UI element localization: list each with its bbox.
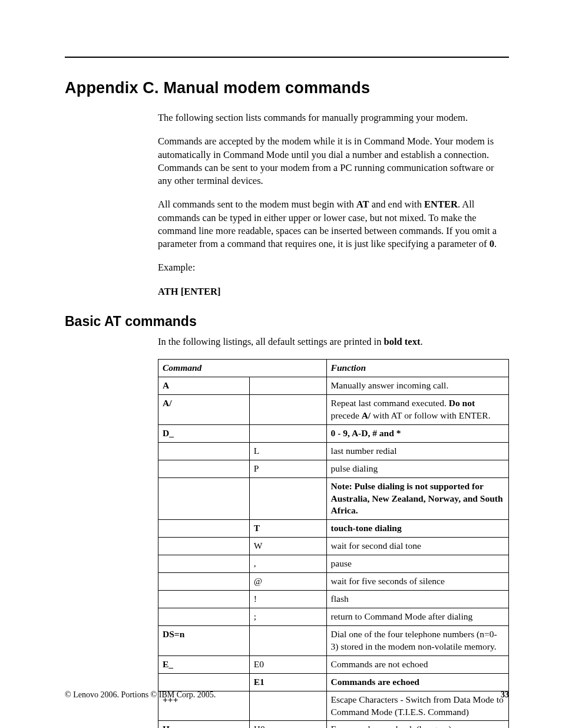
at-commands-table: Command Function A Manually answer incom… [158, 359, 509, 728]
intro-paragraph-1: The following section lists commands for… [158, 111, 509, 124]
func: 0 - 9, A-D, # and * [331, 428, 401, 438]
table-row: P pulse dialing [158, 460, 509, 477]
cmd [158, 573, 250, 591]
func: Repeat last command executed. Do not pre… [326, 395, 508, 425]
cmd: DS=n [163, 629, 184, 639]
intro-paragraph-2: Commands are accepted by the modem while… [158, 135, 509, 187]
col-command: Command [158, 360, 327, 377]
table-row: E_ E0 Commands are not echoed [158, 655, 509, 673]
text: and end with [369, 199, 424, 210]
table-header-row: Command Function [158, 360, 509, 377]
table-row: D_ 0 - 9, A-D, # and * [158, 424, 509, 442]
sub: P [249, 460, 326, 477]
cmd [158, 608, 250, 626]
table-row: Note: Pulse dialing is not supported for… [158, 477, 509, 520]
table-row: A Manually answer incoming call. [158, 377, 509, 395]
text: with AT or follow with ENTER. [371, 410, 490, 420]
sub: L [249, 442, 326, 460]
text: All commands sent to the modem must begi… [158, 199, 356, 210]
table-row: H_ H0 Force modem on-hook (hang up) [158, 721, 509, 728]
cmd: H_ [163, 724, 174, 728]
intro-paragraph-3: All commands sent to the modem must begi… [158, 198, 509, 251]
text: . [420, 336, 422, 347]
section-lead: In the following listings, all default s… [158, 335, 509, 348]
cmd [158, 460, 250, 477]
sub: @ [249, 573, 326, 591]
copyright-text: © Lenovo 2006. Portions © IBM Corp. 2005… [65, 690, 216, 700]
page-number: 33 [501, 690, 509, 700]
func: Manually answer incoming call. [326, 377, 508, 395]
table-row: W wait for second dial tone [158, 538, 509, 555]
sub: E1 [254, 677, 265, 687]
table-row: DS=n Dial one of the four telephone numb… [158, 625, 509, 655]
at-bold: AT [356, 199, 369, 210]
top-rule [65, 57, 509, 58]
document-page: Appendix C. Manual modem commands The fo… [0, 0, 562, 728]
sub [249, 625, 326, 655]
sub: ; [249, 608, 326, 626]
cmd [158, 673, 250, 691]
bold-text-label: bold text [384, 336, 421, 347]
sub [249, 395, 326, 425]
func: flash [326, 591, 508, 608]
section-body: In the following listings, all default s… [158, 335, 509, 728]
func: pulse dialing [326, 460, 508, 477]
func: Dial one of the four telephone numbers (… [326, 625, 508, 655]
sub: , [249, 555, 326, 573]
text: In the following listings, all default s… [158, 336, 384, 347]
cmd: A/ [163, 398, 172, 408]
table-row: @ wait for five seconds of silence [158, 573, 509, 591]
cmd [158, 442, 250, 460]
cmd [158, 477, 250, 520]
func: Commands are not echoed [326, 655, 508, 673]
cmd: E_ [163, 659, 173, 669]
sub: W [249, 538, 326, 555]
text: . [494, 238, 497, 249]
func: last number redial [326, 442, 508, 460]
appendix-title: Appendix C. Manual modem commands [65, 79, 509, 97]
section-heading-basic-at: Basic AT commands [65, 314, 509, 330]
sub [249, 377, 326, 395]
page-footer: © Lenovo 2006. Portions © IBM Corp. 2005… [65, 690, 509, 700]
cmd [158, 520, 250, 538]
sub [249, 477, 326, 520]
func: wait for five seconds of silence [326, 573, 508, 591]
table-row: T touch-tone dialing [158, 520, 509, 538]
func: return to Command Mode after dialing [326, 608, 508, 626]
sub: T [254, 523, 260, 533]
sub: E0 [249, 655, 326, 673]
table-row: ! flash [158, 591, 509, 608]
text: precede [331, 410, 362, 420]
cmd [158, 591, 250, 608]
func: Force modem on-hook (hang up) [326, 721, 508, 728]
intro-body: The following section lists commands for… [158, 111, 509, 298]
func: Note: Pulse dialing is not supported for… [331, 481, 503, 516]
bold: A/ [362, 410, 371, 420]
table-row: A/ Repeat last command executed. Do not … [158, 395, 509, 425]
func: Commands are echoed [331, 677, 419, 687]
cmd: A [163, 380, 169, 390]
func: touch-tone dialing [331, 523, 402, 533]
table-row: , pause [158, 555, 509, 573]
table-row: E1 Commands are echoed [158, 673, 509, 691]
text: Repeat last command executed. [331, 398, 449, 408]
bold: Do not [449, 398, 475, 408]
table-row: L last number redial [158, 442, 509, 460]
func: wait for second dial tone [326, 538, 508, 555]
table-row: ; return to Command Mode after dialing [158, 608, 509, 626]
sub: H0 [249, 721, 326, 728]
col-function: Function [326, 360, 508, 377]
example-command: ATH [ENTER] [158, 285, 509, 298]
zero-bold: 0 [490, 238, 494, 249]
example-label: Example: [158, 261, 509, 274]
enter-bold: ENTER [424, 199, 458, 210]
cmd: D_ [163, 428, 174, 438]
cmd [158, 538, 250, 555]
sub: ! [249, 591, 326, 608]
cmd [158, 555, 250, 573]
func: pause [326, 555, 508, 573]
sub [249, 424, 326, 442]
